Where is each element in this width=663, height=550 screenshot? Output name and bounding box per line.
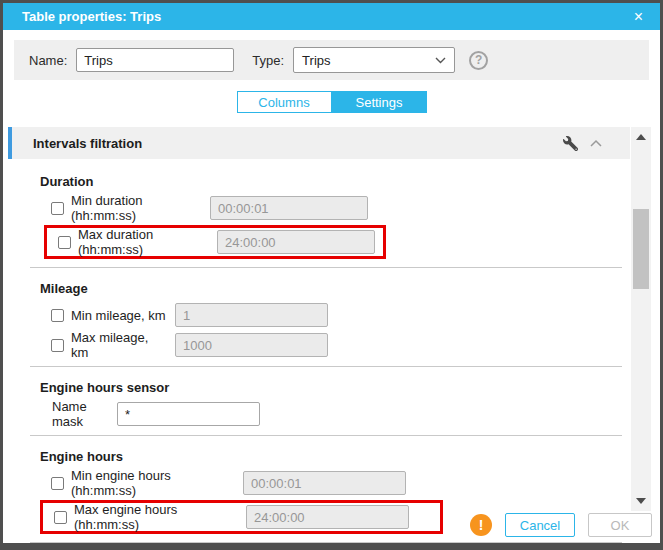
min-mileage-label: Min mileage, km	[71, 308, 167, 323]
scroll-down-arrow-icon[interactable]	[631, 493, 651, 509]
close-icon[interactable]: ×	[628, 3, 649, 30]
max-mileage-label: Max mileage, km	[71, 330, 167, 360]
dialog-title: Table properties: Trips	[22, 9, 161, 24]
divider	[30, 267, 622, 268]
max-engine-hours-input[interactable]	[246, 505, 409, 529]
tab-bar: Columns Settings	[237, 91, 427, 113]
min-engine-hours-input[interactable]	[243, 471, 406, 495]
max-engine-hours-row: Max engine hours (hh:mm:ss)	[54, 504, 409, 530]
max-engine-hours-checkbox[interactable]	[54, 511, 67, 524]
scrollbar-thumb[interactable]	[633, 209, 649, 289]
ok-button[interactable]: OK	[588, 513, 652, 537]
min-engine-hours-row: Min engine hours (hh:mm:ss)	[51, 470, 628, 496]
max-duration-input[interactable]	[217, 230, 375, 254]
wrench-icon[interactable]	[563, 136, 578, 151]
screenshot-frame: Table properties: Trips × Name: Type: Tr…	[0, 0, 663, 550]
tab-settings[interactable]: Settings	[332, 91, 427, 113]
name-mask-row: Name mask	[52, 401, 628, 427]
min-duration-input[interactable]	[210, 196, 368, 220]
engine-hours-sensor-heading: Engine hours sensor	[40, 380, 628, 395]
max-mileage-row: Max mileage, km	[51, 332, 628, 358]
max-mileage-input[interactable]	[175, 333, 328, 357]
mileage-heading: Mileage	[40, 281, 628, 296]
vertical-scrollbar[interactable]	[631, 127, 651, 511]
settings-content: Intervals filtration Duration	[3, 127, 660, 550]
min-engine-hours-checkbox[interactable]	[51, 477, 64, 490]
tab-columns[interactable]: Columns	[237, 91, 332, 113]
min-mileage-row: Min mileage, km	[51, 302, 628, 328]
min-engine-hours-label: Min engine hours (hh:mm:ss)	[71, 468, 235, 498]
type-select[interactable]: Trips	[293, 47, 455, 73]
min-duration-label: Min duration (hh:mm:ss)	[71, 193, 202, 223]
table-properties-dialog: Table properties: Trips × Name: Type: Tr…	[3, 3, 660, 543]
collapse-chevron-up-icon[interactable]	[590, 139, 602, 147]
max-engine-hours-label: Max engine hours (hh:mm:ss)	[74, 502, 238, 532]
divider	[30, 435, 622, 436]
highlight-box-max-duration: Max duration (hh:mm:ss)	[44, 225, 386, 259]
dialog-footer: ! Cancel OK	[470, 510, 652, 540]
warning-icon: !	[470, 514, 492, 536]
intervals-filtration-body: Duration Min duration (hh:mm:ss) Max dur…	[8, 159, 628, 550]
section-tools	[563, 127, 602, 159]
min-mileage-checkbox[interactable]	[51, 309, 64, 322]
chevron-down-icon	[435, 57, 446, 64]
max-duration-checkbox[interactable]	[58, 236, 71, 249]
engine-hours-heading: Engine hours	[40, 449, 628, 464]
max-duration-row: Max duration (hh:mm:ss)	[58, 229, 375, 255]
cancel-button[interactable]: Cancel	[505, 513, 575, 537]
name-label: Name:	[29, 53, 67, 68]
divider	[30, 542, 622, 543]
min-duration-row: Min duration (hh:mm:ss)	[51, 195, 628, 221]
highlight-box-max-engine-hours: Max engine hours (hh:mm:ss)	[40, 500, 443, 534]
duration-heading: Duration	[40, 174, 628, 189]
help-icon[interactable]: ?	[469, 51, 488, 70]
max-duration-label: Max duration (hh:mm:ss)	[78, 227, 209, 257]
min-mileage-input[interactable]	[175, 303, 328, 327]
dialog-titlebar: Table properties: Trips ×	[3, 3, 660, 30]
name-input[interactable]	[76, 48, 234, 72]
divider	[30, 366, 622, 367]
scroll-up-arrow-icon[interactable]	[631, 129, 651, 145]
intervals-filtration-header[interactable]: Intervals filtration	[8, 127, 630, 159]
name-mask-input[interactable]	[117, 402, 260, 426]
section-accent-bar	[8, 127, 12, 159]
section-title: Intervals filtration	[33, 136, 142, 151]
type-select-value: Trips	[302, 53, 330, 68]
max-mileage-checkbox[interactable]	[51, 339, 64, 352]
name-mask-label: Name mask	[52, 399, 109, 429]
min-duration-checkbox[interactable]	[51, 202, 64, 215]
type-label: Type:	[252, 53, 284, 68]
name-type-bar: Name: Type: Trips ?	[14, 40, 649, 80]
